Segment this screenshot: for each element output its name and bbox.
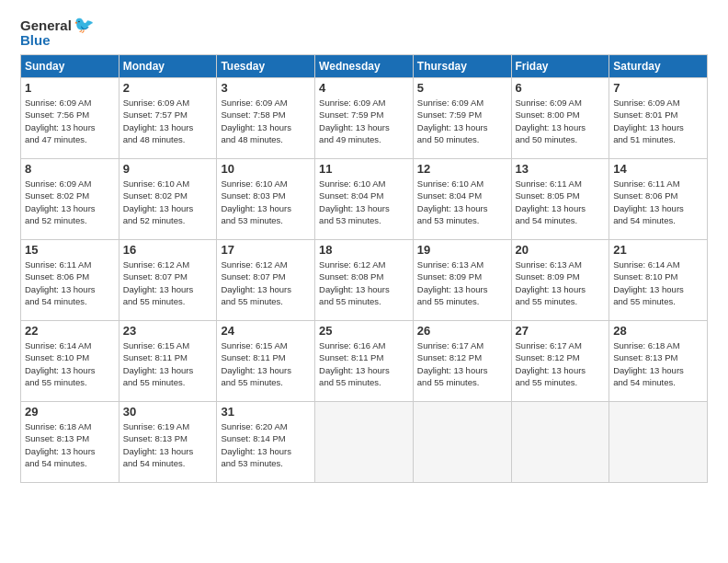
calendar-cell: 3Sunrise: 6:09 AMSunset: 7:58 PMDaylight… <box>217 78 315 159</box>
calendar-cell: 10Sunrise: 6:10 AMSunset: 8:03 PMDayligh… <box>217 159 315 240</box>
day-info: Sunrise: 6:09 AMSunset: 7:57 PMDaylight:… <box>123 97 213 145</box>
day-number: 3 <box>221 81 311 95</box>
calendar-cell <box>413 402 511 483</box>
day-info: Sunrise: 6:10 AMSunset: 8:02 PMDaylight:… <box>123 178 213 226</box>
day-number: 6 <box>516 81 606 95</box>
page: General 🐦 Blue SundayMondayTuesdayWednes… <box>0 0 728 563</box>
day-info: Sunrise: 6:15 AMSunset: 8:11 PMDaylight:… <box>123 339 213 388</box>
day-header-tuesday: Tuesday <box>217 55 315 78</box>
day-header-wednesday: Wednesday <box>315 55 414 78</box>
calendar-cell: 19Sunrise: 6:13 AMSunset: 8:09 PMDayligh… <box>413 240 511 321</box>
day-info: Sunrise: 6:11 AMSunset: 8:06 PMDaylight:… <box>613 178 703 226</box>
calendar-cell <box>315 402 414 483</box>
day-number: 30 <box>123 405 213 419</box>
calendar-cell: 25Sunrise: 6:16 AMSunset: 8:11 PMDayligh… <box>315 321 414 402</box>
calendar-cell: 26Sunrise: 6:17 AMSunset: 8:12 PMDayligh… <box>413 321 511 402</box>
day-info: Sunrise: 6:11 AMSunset: 8:06 PMDaylight:… <box>25 259 115 307</box>
day-number: 5 <box>417 81 507 95</box>
day-info: Sunrise: 6:18 AMSunset: 8:13 PMDaylight:… <box>613 339 703 388</box>
calendar-cell: 13Sunrise: 6:11 AMSunset: 8:05 PMDayligh… <box>511 159 609 240</box>
day-number: 19 <box>417 243 507 257</box>
calendar-cell: 1Sunrise: 6:09 AMSunset: 7:56 PMDaylight… <box>21 78 119 159</box>
day-number: 4 <box>319 81 409 95</box>
day-info: Sunrise: 6:09 AMSunset: 7:56 PMDaylight:… <box>25 97 115 145</box>
calendar-cell: 8Sunrise: 6:09 AMSunset: 8:02 PMDaylight… <box>21 159 119 240</box>
day-header-friday: Friday <box>511 55 609 78</box>
calendar-cell: 11Sunrise: 6:10 AMSunset: 8:04 PMDayligh… <box>315 159 414 240</box>
day-info: Sunrise: 6:19 AMSunset: 8:13 PMDaylight:… <box>123 420 213 469</box>
calendar-cell: 31Sunrise: 6:20 AMSunset: 8:14 PMDayligh… <box>217 402 315 483</box>
logo: General 🐦 Blue <box>20 17 94 47</box>
day-number: 24 <box>221 324 311 338</box>
day-info: Sunrise: 6:14 AMSunset: 8:10 PMDaylight:… <box>613 259 703 307</box>
day-info: Sunrise: 6:17 AMSunset: 8:12 PMDaylight:… <box>516 339 606 388</box>
day-info: Sunrise: 6:12 AMSunset: 8:08 PMDaylight:… <box>319 259 409 307</box>
header: General 🐦 Blue <box>20 17 708 47</box>
day-info: Sunrise: 6:09 AMSunset: 8:01 PMDaylight:… <box>613 97 703 145</box>
day-info: Sunrise: 6:11 AMSunset: 8:05 PMDaylight:… <box>516 178 606 226</box>
day-info: Sunrise: 6:20 AMSunset: 8:14 PMDaylight:… <box>221 420 311 469</box>
day-header-monday: Monday <box>119 55 217 78</box>
day-number: 29 <box>25 405 115 419</box>
calendar-cell <box>511 402 609 483</box>
logo-text-blue: Blue <box>20 33 51 47</box>
calendar-cell: 20Sunrise: 6:13 AMSunset: 8:09 PMDayligh… <box>511 240 609 321</box>
day-number: 31 <box>221 405 311 419</box>
calendar-cell: 12Sunrise: 6:10 AMSunset: 8:04 PMDayligh… <box>413 159 511 240</box>
calendar-cell: 6Sunrise: 6:09 AMSunset: 8:00 PMDaylight… <box>511 78 609 159</box>
day-number: 27 <box>516 324 606 338</box>
calendar-cell: 5Sunrise: 6:09 AMSunset: 7:59 PMDaylight… <box>413 78 511 159</box>
day-info: Sunrise: 6:16 AMSunset: 8:11 PMDaylight:… <box>319 339 409 388</box>
day-number: 13 <box>516 162 606 176</box>
day-number: 12 <box>417 162 507 176</box>
day-number: 9 <box>123 162 213 176</box>
day-header-thursday: Thursday <box>413 55 511 78</box>
day-number: 26 <box>417 324 507 338</box>
day-number: 23 <box>123 324 213 338</box>
calendar-cell: 22Sunrise: 6:14 AMSunset: 8:10 PMDayligh… <box>21 321 119 402</box>
calendar-cell: 28Sunrise: 6:18 AMSunset: 8:13 PMDayligh… <box>609 321 708 402</box>
day-info: Sunrise: 6:14 AMSunset: 8:10 PMDaylight:… <box>25 339 115 388</box>
day-number: 10 <box>221 162 311 176</box>
calendar-cell <box>609 402 708 483</box>
day-header-saturday: Saturday <box>609 55 708 78</box>
day-number: 21 <box>613 243 703 257</box>
calendar-cell: 9Sunrise: 6:10 AMSunset: 8:02 PMDaylight… <box>119 159 217 240</box>
day-number: 22 <box>25 324 115 338</box>
day-number: 14 <box>613 162 703 176</box>
day-number: 17 <box>221 243 311 257</box>
calendar-cell: 24Sunrise: 6:15 AMSunset: 8:11 PMDayligh… <box>217 321 315 402</box>
day-number: 20 <box>516 243 606 257</box>
day-header-sunday: Sunday <box>21 55 119 78</box>
day-info: Sunrise: 6:10 AMSunset: 8:04 PMDaylight:… <box>417 178 507 226</box>
day-info: Sunrise: 6:12 AMSunset: 8:07 PMDaylight:… <box>123 259 213 307</box>
day-info: Sunrise: 6:13 AMSunset: 8:09 PMDaylight:… <box>417 259 507 307</box>
calendar-cell: 21Sunrise: 6:14 AMSunset: 8:10 PMDayligh… <box>609 240 708 321</box>
calendar-cell: 4Sunrise: 6:09 AMSunset: 7:59 PMDaylight… <box>315 78 414 159</box>
day-info: Sunrise: 6:17 AMSunset: 8:12 PMDaylight:… <box>417 339 507 388</box>
day-info: Sunrise: 6:09 AMSunset: 7:59 PMDaylight:… <box>319 97 409 145</box>
calendar-cell: 7Sunrise: 6:09 AMSunset: 8:01 PMDaylight… <box>609 78 708 159</box>
logo-text-general: General <box>20 17 72 33</box>
day-number: 11 <box>319 162 409 176</box>
calendar-cell: 17Sunrise: 6:12 AMSunset: 8:07 PMDayligh… <box>217 240 315 321</box>
day-number: 1 <box>25 81 115 95</box>
calendar-cell: 2Sunrise: 6:09 AMSunset: 7:57 PMDaylight… <box>119 78 217 159</box>
day-info: Sunrise: 6:15 AMSunset: 8:11 PMDaylight:… <box>221 339 311 388</box>
day-number: 15 <box>25 243 115 257</box>
day-info: Sunrise: 6:12 AMSunset: 8:07 PMDaylight:… <box>221 259 311 307</box>
day-number: 18 <box>319 243 409 257</box>
day-number: 25 <box>319 324 409 338</box>
day-info: Sunrise: 6:09 AMSunset: 7:59 PMDaylight:… <box>417 97 507 145</box>
day-number: 2 <box>123 81 213 95</box>
calendar-cell: 18Sunrise: 6:12 AMSunset: 8:08 PMDayligh… <box>315 240 414 321</box>
calendar-cell: 15Sunrise: 6:11 AMSunset: 8:06 PMDayligh… <box>21 240 119 321</box>
calendar-cell: 30Sunrise: 6:19 AMSunset: 8:13 PMDayligh… <box>119 402 217 483</box>
calendar-cell: 14Sunrise: 6:11 AMSunset: 8:06 PMDayligh… <box>609 159 708 240</box>
calendar-cell: 23Sunrise: 6:15 AMSunset: 8:11 PMDayligh… <box>119 321 217 402</box>
day-number: 28 <box>613 324 703 338</box>
day-info: Sunrise: 6:18 AMSunset: 8:13 PMDaylight:… <box>25 420 115 469</box>
day-number: 7 <box>613 81 703 95</box>
calendar-cell: 27Sunrise: 6:17 AMSunset: 8:12 PMDayligh… <box>511 321 609 402</box>
calendar-cell: 29Sunrise: 6:18 AMSunset: 8:13 PMDayligh… <box>21 402 119 483</box>
